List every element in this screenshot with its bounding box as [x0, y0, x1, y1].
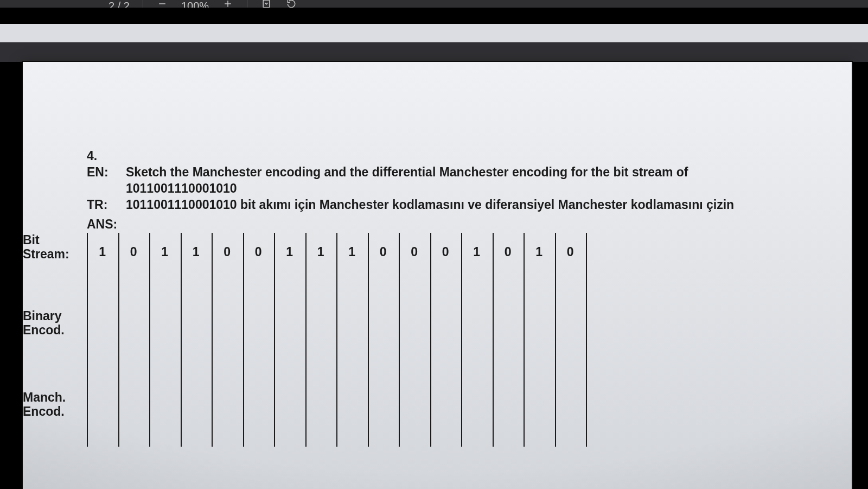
- grid-vline: [181, 233, 182, 447]
- binary-row-label: Binary Encod.: [23, 309, 86, 337]
- binary-label-line2: Encod.: [23, 323, 65, 337]
- toolbar-divider: [143, 0, 143, 8]
- bit-cell: 0: [399, 245, 430, 259]
- manch-label-line1: Manch.: [23, 390, 66, 404]
- grid-vline: [524, 233, 525, 447]
- encoding-grid: Bit Stream: Binary Encod. Manch. Encod. …: [87, 233, 617, 447]
- question-number-row: 4.: [87, 148, 787, 164]
- pdf-toolbar: 2 / 2 100%: [0, 0, 868, 8]
- zoom-in-icon[interactable]: [222, 0, 234, 8]
- grid-vline: [555, 233, 556, 447]
- grid-vline: [368, 233, 369, 447]
- manch-row-label: Manch. Encod.: [23, 390, 86, 418]
- page-content: 4. EN: Sketch the Manchester encoding an…: [87, 148, 787, 489]
- bitstream-label-line1: Bit: [23, 233, 40, 247]
- en-text: Sketch the Manchester encoding and the d…: [126, 164, 787, 196]
- ans-label: ANS:: [87, 217, 787, 232]
- grid-vline: [586, 233, 587, 447]
- grid-vline: [493, 233, 494, 447]
- grid-vline: [87, 233, 88, 447]
- rotate-icon[interactable]: [285, 0, 297, 8]
- manch-label-line2: Encod.: [23, 404, 65, 418]
- viewer-background: [0, 42, 868, 62]
- grid-vline: [212, 233, 213, 447]
- bit-cell: 1: [274, 245, 305, 259]
- binary-label-line1: Binary: [23, 309, 62, 323]
- bit-cell: 1: [305, 245, 337, 259]
- grid-vline: [399, 233, 400, 447]
- bit-cell: 1: [87, 245, 118, 259]
- grid-vline: [305, 233, 307, 447]
- grid-vline: [336, 233, 337, 447]
- bit-cell: 0: [555, 245, 586, 259]
- bit-cell: 1: [149, 245, 181, 259]
- window-chrome-strip: [0, 24, 868, 42]
- question-tr-row: TR: 1011001110001010 bit akımı için Manc…: [87, 196, 787, 213]
- grid-vline: [274, 233, 275, 447]
- tr-text: 1011001110001010 bit akımı için Manchest…: [126, 196, 787, 213]
- bit-cell: 0: [430, 245, 462, 259]
- page-indicator: 2 / 2: [108, 2, 130, 8]
- grid-vline: [461, 233, 462, 447]
- question-number: 4.: [87, 148, 118, 164]
- bit-cell: 1: [336, 245, 368, 259]
- toolbar-divider: [247, 0, 247, 8]
- question-en-row: EN: Sketch the Manchester encoding and t…: [87, 164, 787, 196]
- bit-cell: 0: [118, 245, 150, 259]
- bit-cell: 0: [493, 245, 524, 259]
- tr-label: TR:: [87, 196, 118, 213]
- bit-cell: 1: [524, 245, 555, 259]
- grid-vline: [430, 233, 431, 447]
- bit-cell: 0: [368, 245, 399, 259]
- en-label: EN:: [87, 164, 118, 196]
- fit-page-icon[interactable]: [260, 0, 272, 8]
- zoom-out-icon[interactable]: [156, 0, 168, 8]
- grid-vline: [149, 233, 150, 447]
- grid-vline: [243, 233, 244, 447]
- bit-cell: 0: [212, 245, 243, 259]
- bit-cell: 0: [243, 245, 275, 259]
- zoom-level: 100%: [181, 2, 209, 8]
- bit-cell: 1: [461, 245, 493, 259]
- document-page: 4. EN: Sketch the Manchester encoding an…: [23, 62, 852, 489]
- bitstream-label-line2: Stream:: [23, 247, 69, 261]
- bit-cell: 1: [181, 245, 212, 259]
- bitstream-row-label: Bit Stream:: [23, 233, 86, 261]
- grid-vline: [118, 233, 119, 447]
